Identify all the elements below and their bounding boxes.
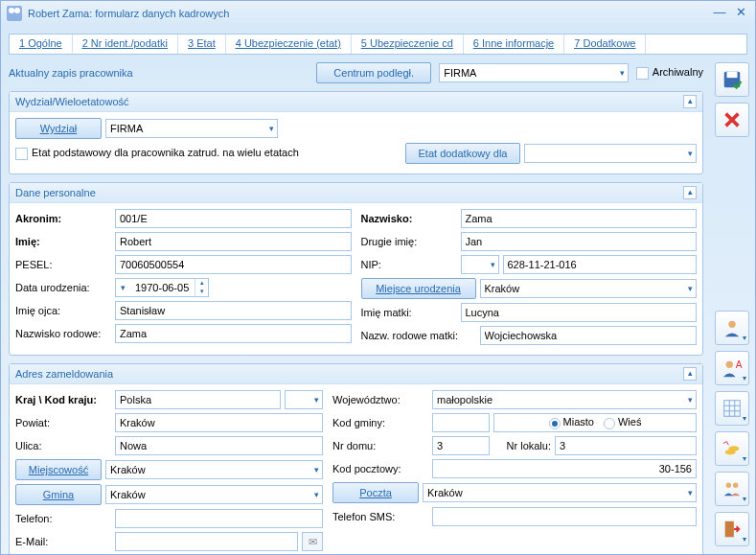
svg-point-11	[728, 446, 739, 451]
woj-combo[interactable]: małopolskie	[432, 390, 697, 409]
sidebar: ▾ A▾ ▾ ▾ ▾ ▾	[711, 55, 755, 554]
data-label: Data urodzenia:	[15, 282, 111, 293]
gmina-button[interactable]: Gmina	[15, 484, 102, 505]
kod-kraju-combo[interactable]	[285, 390, 323, 409]
etat-podst-checkbox[interactable]: Etat podstawowy dla pracownika zatrud. n…	[15, 147, 299, 160]
miejsce-combo[interactable]: Kraków	[480, 279, 698, 298]
nazwisko-label: Nazwisko:	[361, 213, 457, 224]
nip-prefix-combo[interactable]	[461, 255, 499, 274]
collapse-icon[interactable]: ▴	[683, 186, 697, 199]
gmina-combo[interactable]: Kraków	[105, 485, 323, 504]
app-icon	[7, 6, 22, 21]
matka-label: Imię matki:	[361, 307, 457, 318]
tab-ubezp-etat[interactable]: 4 Ubezpieczenie (etat)	[226, 35, 352, 54]
svg-rect-5	[724, 401, 741, 417]
nazwisko-input[interactable]	[461, 209, 698, 228]
kraj-label: Kraj \ Kod kraju:	[15, 394, 111, 405]
group-wydzial: Wydział/Wieloetatowość ▴ Wydział FIRMA E…	[9, 91, 703, 174]
rodowe-m-input[interactable]	[480, 326, 698, 345]
rodowe-label: Nazwisko rodowe:	[15, 328, 111, 339]
svg-point-12	[726, 483, 732, 489]
poczta-combo[interactable]: Kraków	[423, 483, 697, 502]
tab-nr-ident[interactable]: 2 Nr ident./podatki	[73, 35, 178, 54]
wies-radio[interactable]: Wieś	[604, 416, 641, 428]
rodowe-m-label: Nazw. rodowe matki:	[361, 330, 476, 341]
tab-ubezp-cd[interactable]: 5 Ubezpieczenie cd	[352, 35, 464, 54]
people-button[interactable]: ▾	[715, 472, 749, 506]
miasto-radio[interactable]: Miasto	[549, 416, 594, 428]
etat-dodatkowy-button[interactable]: Etat dodatkowy dla	[405, 143, 520, 164]
miejscowosc-combo[interactable]: Kraków	[105, 460, 323, 479]
minimize-button[interactable]: —	[711, 6, 728, 21]
group-adres: Adres zameldowania ▴ Kraj \ Kod kraju: P…	[9, 363, 703, 554]
pesel-label: PESEL:	[15, 259, 111, 270]
nip-input[interactable]	[503, 255, 698, 274]
group-adres-title: Adres zameldowania	[15, 368, 683, 380]
kodp-input[interactable]	[432, 459, 697, 478]
wydzial-button[interactable]: Wydział	[15, 118, 102, 139]
sms-input[interactable]	[432, 507, 697, 526]
ulica-input[interactable]	[115, 436, 323, 455]
kraj-input[interactable]	[115, 390, 281, 409]
person-button[interactable]: ▾	[715, 311, 749, 345]
tab-dodatkowe[interactable]: 7 Dodatkowe	[564, 35, 646, 54]
email-label: E-Mail:	[15, 536, 111, 547]
rodowe-input[interactable]	[115, 324, 352, 343]
cancel-button[interactable]	[715, 103, 749, 137]
drugie-input[interactable]	[461, 232, 698, 251]
nrlokalu-input[interactable]	[555, 436, 697, 455]
nrdomu-input[interactable]	[432, 436, 490, 455]
poczta-button[interactable]: Poczta	[332, 482, 419, 503]
money-button[interactable]: ▾	[715, 431, 749, 466]
etat-dodatkowy-combo[interactable]	[524, 144, 697, 163]
exit-button[interactable]: ▾	[715, 512, 749, 546]
nrlokalu-label: Nr lokalu:	[493, 440, 551, 451]
matka-input[interactable]	[461, 303, 698, 322]
email-send-button[interactable]: ✉	[302, 532, 323, 551]
current-record-label: Aktualny zapis pracownika	[9, 67, 133, 79]
tab-etat[interactable]: 3 Etat	[178, 35, 226, 54]
titlebar: Robert Zama: formularz danych kadrowych …	[1, 1, 755, 26]
miejsce-button[interactable]: Miejsce urodzenia	[361, 278, 476, 299]
woj-label: Województwo:	[332, 394, 428, 405]
person-a-button[interactable]: A▾	[715, 351, 749, 385]
kodp-label: Kod pocztowy:	[332, 463, 428, 474]
data-input[interactable]: ▾1970-06-05▴▾	[115, 278, 209, 297]
centrum-button[interactable]: Centrum podległ.	[316, 62, 431, 83]
collapse-icon[interactable]: ▴	[683, 367, 697, 381]
svg-rect-14	[725, 521, 734, 538]
window-title: Robert Zama: formularz danych kadrowych	[28, 8, 229, 19]
svg-point-13	[733, 483, 739, 489]
svg-rect-1	[727, 72, 738, 78]
nrdomu-label: Nr domu:	[332, 440, 428, 451]
tab-ogolne[interactable]: 1 Ogólne	[10, 35, 73, 54]
group-dane: Dane personalne ▴ Akronim: Imię: PESEL: …	[9, 182, 703, 356]
imie-input[interactable]	[115, 232, 352, 251]
save-button[interactable]	[715, 62, 749, 97]
nip-label: NIP:	[361, 259, 457, 270]
kod-gminy-input[interactable]	[432, 413, 490, 432]
sms-label: Telefon SMS:	[332, 511, 428, 522]
collapse-icon[interactable]: ▴	[683, 95, 697, 108]
miejscowosc-button[interactable]: Miejscowość	[15, 459, 102, 480]
ulica-label: Ulica:	[15, 440, 111, 451]
archive-checkbox[interactable]: Archiwalny	[636, 66, 703, 80]
imie-label: Imię:	[15, 236, 111, 247]
ojciec-input[interactable]	[115, 301, 352, 320]
svg-point-2	[728, 321, 735, 328]
group-wydzial-title: Wydział/Wieloetatowość	[15, 96, 683, 107]
kod-gminy-label: Kod gminy:	[332, 417, 428, 428]
email-input[interactable]	[115, 532, 298, 551]
telefon-label: Telefon:	[15, 513, 111, 524]
pesel-input[interactable]	[115, 255, 352, 274]
akronim-input[interactable]	[115, 209, 352, 228]
powiat-input[interactable]	[115, 413, 323, 432]
drugie-label: Drugie imię:	[361, 236, 457, 247]
close-button[interactable]: ✕	[732, 6, 749, 21]
tab-inne[interactable]: 6 Inne informacje	[464, 35, 564, 54]
wydzial-combo[interactable]: FIRMA	[105, 119, 278, 138]
telefon-input[interactable]	[115, 509, 323, 528]
grid-button[interactable]: ▾	[715, 391, 749, 426]
firma-combo[interactable]: FIRMA	[439, 63, 629, 82]
powiat-label: Powiat:	[15, 417, 111, 428]
